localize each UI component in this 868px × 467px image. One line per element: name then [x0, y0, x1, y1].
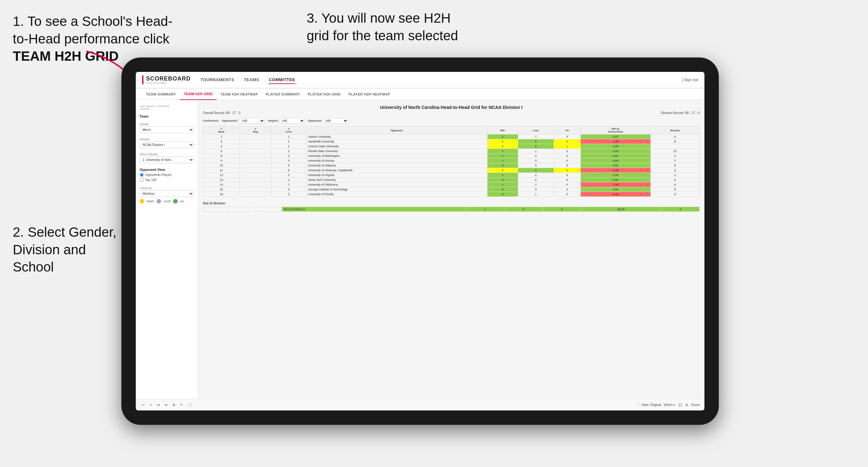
cell-win: 1 [487, 158, 518, 163]
cell-tie: 0 [554, 173, 581, 178]
cell-rank: 16 [203, 192, 240, 197]
cell-reg [240, 173, 271, 178]
cell-rank: 12 [203, 173, 240, 178]
grid-btn[interactable]: ⊞ [685, 403, 688, 407]
cell-opponent: University of Arkansas, Fayetteville [306, 168, 487, 173]
cell-loss: 2 [518, 149, 554, 154]
toolbar-right: Watch ▾ 💬 ⊞ Share [664, 403, 700, 407]
dot-level [157, 199, 161, 204]
cell-win: 6 [487, 187, 518, 192]
table-row: 2 1 Auburn University 2 1 0 1.67 9 [203, 134, 700, 139]
filter-conf-label: Conference [203, 119, 219, 122]
table-row: 4 1 Arizona State University 0 5 1 2.29 [203, 144, 700, 149]
cell-reg [240, 149, 271, 154]
cell-rank: 9 [203, 158, 240, 163]
cell-loss: 2 [518, 182, 554, 187]
cell-conf: 2 [271, 154, 306, 158]
radio-top100[interactable]: Top 100 [140, 178, 194, 182]
cell-opponent: University of Washington [306, 154, 487, 158]
cell-win: 1 [487, 173, 518, 178]
opponent-select[interactable]: (All) [323, 118, 348, 124]
cell-tie: 0 [554, 182, 581, 187]
main-content: Last Updated: 27/03/2024 16:55:38 Team G… [136, 100, 705, 399]
division-select[interactable]: NCAA Division I [140, 142, 194, 148]
subnav-team-h2h-heatmap[interactable]: TEAM H2H HEATMAP [217, 89, 262, 100]
cell-diff: -6.42 [581, 192, 650, 197]
col-tie: Tie [554, 126, 581, 134]
division-label: Division [140, 138, 194, 141]
school-label: School (Rank) [140, 153, 194, 156]
subnav-player-summary[interactable]: PLAYER SUMMARY [262, 89, 304, 100]
table-row: 14 2 University of Oklahoma 1 2 0 -1.00 … [203, 182, 700, 187]
cell-tie: 0 [554, 168, 581, 173]
cell-diff: 9.00 [581, 158, 650, 163]
subnav: TEAM SUMMARY TEAM H2H GRID TEAM H2H HEAT… [136, 89, 705, 100]
redo-btn[interactable]: ↪ [148, 403, 153, 407]
nav-back-btn[interactable]: ⬅ [156, 403, 161, 407]
nav-teams[interactable]: TEAMS [244, 76, 259, 84]
cell-loss: 5 [518, 144, 554, 149]
cell-diff: 2.29 [581, 144, 650, 149]
colour-by-select[interactable]: Win/loss [140, 190, 194, 197]
cell-diff: -2.29 [581, 139, 650, 144]
annotation-3: 3. You will now see H2H grid for the tea… [307, 9, 486, 44]
cell-win: 3 [487, 178, 518, 182]
table-row: 9 3 University of Arizona 1 0 0 9.00 2 [203, 158, 700, 163]
table-row: 12 3 University of Virginia 1 0 0 2.33 3 [203, 173, 700, 178]
cell-rank: 2 [203, 134, 240, 139]
cell-conf: 1 [271, 134, 306, 139]
cell-conf: 2 [271, 182, 306, 187]
cell-diff: 2.33 [581, 173, 650, 178]
subnav-player-h2h-grid[interactable]: PLAYER H2H GRID [304, 89, 345, 100]
watch-btn[interactable]: Watch ▾ [664, 403, 675, 407]
undo-btn[interactable]: ↩ [141, 403, 146, 407]
cell-rounds: 3 [650, 173, 699, 178]
col-reg: #Reg [240, 126, 271, 134]
filter-row: Conference Opponents: (All) Region (All) [203, 118, 700, 124]
cell-rounds: 8 [650, 139, 699, 144]
gender-label: Gender [140, 123, 194, 126]
radio-opponents-played[interactable]: Opponents Played [140, 173, 194, 177]
edit-btn[interactable]: ✎ [179, 403, 184, 407]
cell-win: 3 [487, 163, 518, 168]
cell-rounds: 9 [650, 182, 699, 187]
table-row: 15 4 Georgia Institute of Technology 6 0… [203, 187, 700, 192]
subnav-team-h2h-grid[interactable]: TEAM H2H GRID [180, 89, 217, 100]
cell-reg [240, 154, 271, 158]
cell-tie: 0 [554, 149, 581, 154]
cell-reg [240, 139, 271, 144]
opponents-select[interactable]: (All) [239, 118, 265, 124]
school-select[interactable]: 1. University of Nort... [140, 157, 194, 163]
cell-opponent: Auburn University [306, 134, 487, 139]
zoom-btn[interactable]: ⊞ [171, 403, 176, 407]
cell-tie: 0 [554, 178, 581, 182]
cell-loss: 1 [518, 192, 554, 197]
out-of-division-row: NCAA Division II 1 0 0 26.00 3 [203, 207, 700, 212]
nav-fwd-btn[interactable]: ➡ [163, 403, 169, 407]
cell-reg [240, 168, 271, 173]
share-btn[interactable]: Share [691, 403, 700, 407]
opponents-label: Opponents: [222, 119, 238, 122]
gender-select[interactable]: Men's [140, 126, 194, 133]
nav-committee[interactable]: COMMITTEE [269, 76, 295, 84]
cell-tie: 0 [554, 158, 581, 163]
cell-rounds: 9 [650, 178, 699, 182]
cell-reg [240, 163, 271, 168]
region-select[interactable]: (All) [279, 118, 305, 124]
cell-win: 0 [487, 139, 518, 144]
subnav-player-h2h-heatmap[interactable]: PLAYER H2H HEATMAP [345, 89, 394, 100]
nav-tournaments[interactable]: TOURNAMENTS [200, 76, 234, 84]
colour-dots: Down Level Up [140, 199, 194, 204]
subnav-team-summary[interactable]: TEAM SUMMARY [142, 89, 180, 100]
cell-rounds: 9 [650, 134, 699, 139]
cell-loss: 1 [518, 134, 554, 139]
sidebar-gender-section: Gender Men's [140, 123, 194, 133]
logo-bar [142, 75, 144, 84]
clock-btn[interactable]: 🕐 [187, 403, 193, 407]
sign-out-link[interactable]: | Sign out [682, 77, 699, 82]
comment-btn[interactable]: 💬 [678, 403, 682, 407]
cell-rank: 11 [203, 168, 240, 173]
cell-rank: 6 [203, 149, 240, 154]
logo-text: SCOREBOARD [146, 75, 191, 82]
cell-opponent: University of Oklahoma [306, 182, 487, 187]
